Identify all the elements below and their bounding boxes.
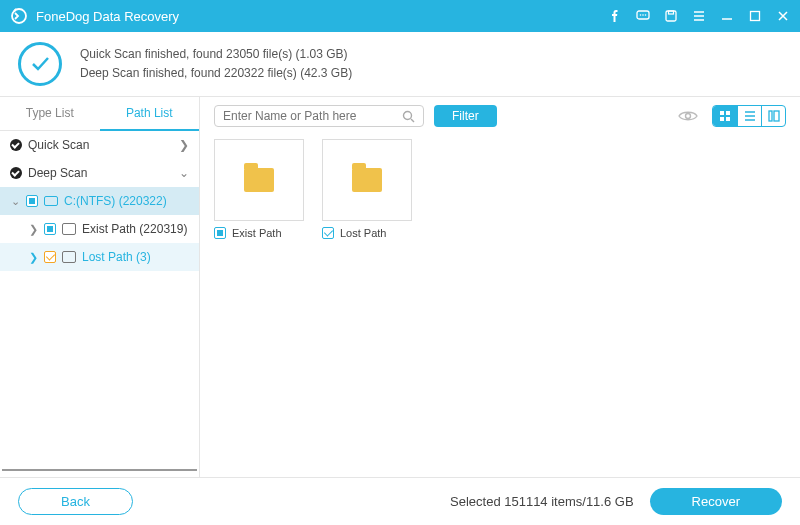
checkbox-checked-icon[interactable]: [322, 227, 334, 239]
back-button[interactable]: Back: [18, 488, 133, 515]
tree-label: Quick Scan: [28, 138, 89, 152]
svg-rect-10: [720, 111, 724, 115]
drive-icon: [44, 196, 58, 206]
folder-icon: [244, 168, 274, 192]
content-toolbar: Filter: [200, 97, 800, 135]
titlebar: FoneDog Data Recovery: [0, 0, 800, 32]
tree-quick-scan[interactable]: Quick Scan ❯: [0, 131, 199, 159]
app-title: FoneDog Data Recovery: [36, 9, 608, 24]
folder-card-exist-path[interactable]: Exist Path: [214, 139, 304, 239]
view-list-icon[interactable]: [737, 106, 761, 126]
svg-rect-6: [669, 11, 674, 14]
search-input[interactable]: [223, 109, 402, 123]
close-icon[interactable]: [776, 9, 790, 23]
feedback-icon[interactable]: [636, 9, 650, 23]
minimize-icon[interactable]: [720, 9, 734, 23]
search-icon[interactable]: [402, 110, 415, 123]
svg-point-9: [686, 114, 691, 119]
svg-point-4: [645, 14, 647, 16]
view-toggle: [712, 105, 786, 127]
maximize-icon[interactable]: [748, 9, 762, 23]
folder-icon: [352, 168, 382, 192]
folder-card-lost-path[interactable]: Lost Path: [322, 139, 412, 239]
app-logo-icon: [10, 7, 28, 25]
tree-exist-path[interactable]: ❯ Exist Path (220319): [0, 215, 199, 243]
content-area: Filter Exist Path: [200, 97, 800, 477]
chevron-down-icon: ⌄: [10, 195, 20, 208]
footer: Back Selected 151114 items/11.6 GB Recov…: [0, 477, 800, 525]
checkbox-checked-icon[interactable]: [44, 251, 56, 263]
checkbox-partial-icon[interactable]: [44, 223, 56, 235]
tree-lost-path[interactable]: ❯ Lost Path (3): [0, 243, 199, 271]
svg-rect-14: [769, 111, 772, 121]
menu-icon[interactable]: [692, 9, 706, 23]
svg-rect-12: [720, 117, 724, 121]
tab-type-list[interactable]: Type List: [0, 97, 100, 131]
tree-deep-scan[interactable]: Deep Scan ⌄: [0, 159, 199, 187]
preview-icon[interactable]: [678, 109, 698, 123]
folder-thumb: [214, 139, 304, 221]
svg-rect-15: [774, 111, 779, 121]
view-detail-icon[interactable]: [761, 106, 785, 126]
checkbox-partial-icon[interactable]: [214, 227, 226, 239]
tree-label: C:(NTFS) (220322): [64, 194, 167, 208]
quick-scan-status: Quick Scan finished, found 23050 file(s)…: [80, 45, 352, 64]
bullet-check-icon: [10, 139, 22, 151]
save-icon[interactable]: [664, 9, 678, 23]
chevron-right-icon: ❯: [179, 138, 189, 152]
tab-path-list[interactable]: Path List: [100, 97, 200, 131]
checkbox-partial-icon[interactable]: [26, 195, 38, 207]
facebook-icon[interactable]: [608, 9, 622, 23]
folder-label: Lost Path: [340, 227, 386, 239]
folder-icon: [62, 223, 76, 235]
filter-button[interactable]: Filter: [434, 105, 497, 127]
bullet-check-icon: [10, 167, 22, 179]
tree-label: Lost Path (3): [82, 250, 151, 264]
folder-icon: [62, 251, 76, 263]
folder-label: Exist Path: [232, 227, 282, 239]
check-circle-icon: [18, 42, 62, 86]
tree-label: Deep Scan: [28, 166, 87, 180]
svg-point-8: [404, 111, 412, 119]
svg-point-2: [640, 14, 642, 16]
svg-rect-5: [666, 11, 676, 21]
scan-status: Quick Scan finished, found 23050 file(s)…: [0, 32, 800, 97]
svg-rect-11: [726, 111, 730, 115]
folder-thumb: [322, 139, 412, 221]
svg-rect-13: [726, 117, 730, 121]
sidebar-resize-handle[interactable]: [2, 469, 197, 475]
folder-grid: Exist Path Lost Path: [200, 135, 800, 243]
recover-button[interactable]: Recover: [650, 488, 782, 515]
svg-rect-7: [751, 12, 760, 21]
search-box[interactable]: [214, 105, 424, 127]
path-tree: Quick Scan ❯ Deep Scan ⌄ ⌄ C:(NTFS) (220…: [0, 131, 199, 469]
chevron-right-icon: ❯: [28, 223, 38, 236]
deep-scan-status: Deep Scan finished, found 220322 file(s)…: [80, 64, 352, 83]
chevron-down-icon: ⌄: [179, 166, 189, 180]
chevron-right-icon: ❯: [28, 251, 38, 264]
selection-summary: Selected 151114 items/11.6 GB: [450, 494, 634, 509]
view-grid-icon[interactable]: [713, 106, 737, 126]
sidebar: Type List Path List Quick Scan ❯ Deep Sc…: [0, 97, 200, 477]
svg-point-3: [642, 14, 644, 16]
tree-drive-c[interactable]: ⌄ C:(NTFS) (220322): [0, 187, 199, 215]
tree-label: Exist Path (220319): [82, 222, 187, 236]
